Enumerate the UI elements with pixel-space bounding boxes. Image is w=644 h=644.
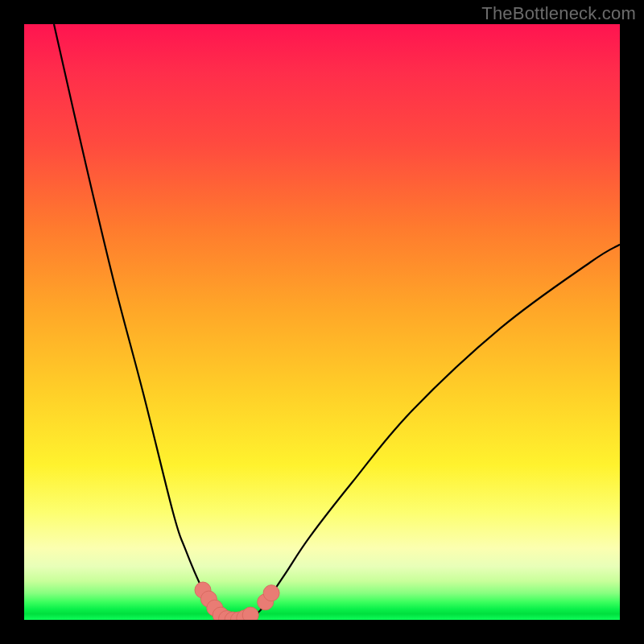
curve-marker <box>263 585 279 601</box>
curve-marker <box>242 607 258 620</box>
curve-layer <box>24 24 620 620</box>
plot-area <box>24 24 620 620</box>
bottleneck-curve <box>54 24 620 620</box>
watermark-text: TheBottleneck.com <box>481 3 636 24</box>
marker-group <box>195 582 279 620</box>
chart-frame: TheBottleneck.com <box>0 0 644 644</box>
